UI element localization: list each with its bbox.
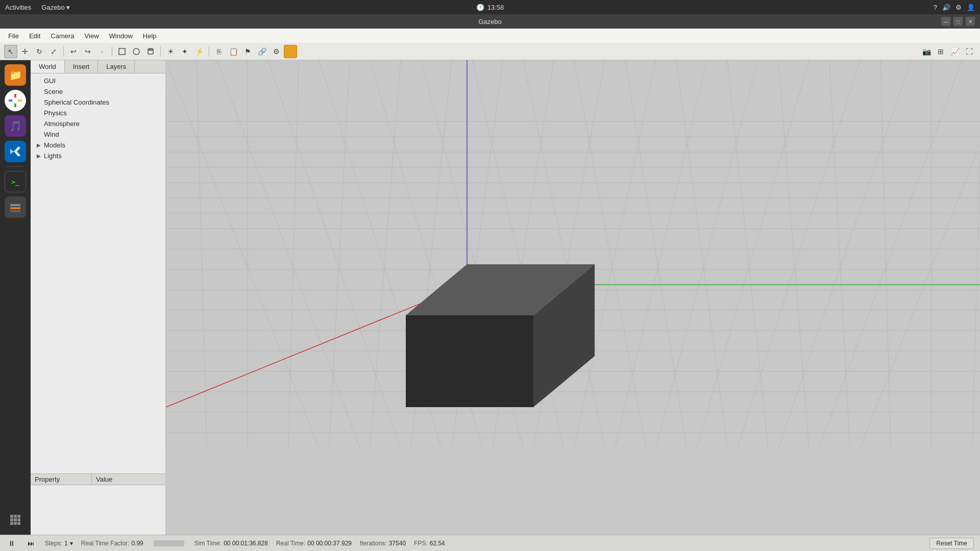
tab-bar: World Insert Layers <box>31 60 165 73</box>
tree-item-models[interactable]: ▶ Models <box>31 140 165 151</box>
tree-item-wind[interactable]: Wind <box>31 129 165 140</box>
steps-value: 1 <box>64 540 68 547</box>
tree-item-lights[interactable]: ▶ Lights <box>31 151 165 161</box>
rtf-label: Real Time Factor: <box>81 540 130 547</box>
system-tray: ? 🔊 ⚙ 👤 <box>934 4 975 11</box>
svg-rect-13 <box>10 518 13 521</box>
pause-button[interactable]: ⏸ <box>6 538 17 549</box>
menu-view[interactable]: View <box>81 31 103 41</box>
svg-rect-9 <box>10 210 20 212</box>
sun-button[interactable]: ☀ <box>164 45 177 58</box>
scale-tool-button[interactable]: ⤢ <box>47 45 60 58</box>
link-button[interactable]: 🔗 <box>255 45 268 58</box>
sidebar: World Insert Layers GUI Scene Spherical … <box>31 60 166 535</box>
clock: 🕐 13:58 <box>476 4 504 11</box>
rotate-tool-button[interactable]: ↻ <box>33 45 46 58</box>
dock-terminal-icon[interactable]: >_ <box>5 171 26 192</box>
grid-button[interactable]: ⊞ <box>934 45 947 58</box>
separator-3 <box>160 46 161 57</box>
minimize-button[interactable]: — <box>941 17 950 26</box>
orange-button[interactable] <box>284 45 297 58</box>
value-col-header: Value <box>92 474 116 485</box>
svg-rect-12 <box>17 515 20 518</box>
tree-item-gui[interactable]: GUI <box>31 76 165 86</box>
camera-button[interactable]: 📷 <box>920 45 933 58</box>
dock-media-icon[interactable]: 🎵 <box>5 115 26 137</box>
dock-layers-icon[interactable] <box>5 196 26 218</box>
fps-display: FPS: 62.54 <box>414 540 445 547</box>
tab-insert[interactable]: Insert <box>65 60 99 73</box>
settings-button[interactable]: ⚙ <box>270 45 283 58</box>
properties-panel: Property Value <box>31 473 165 535</box>
step-button[interactable]: ⏭ <box>26 538 37 549</box>
reset-time-button[interactable]: Reset Time <box>929 538 974 549</box>
spotlight-button[interactable]: ✦ <box>178 45 191 58</box>
undo-button[interactable]: ↩ <box>67 45 80 58</box>
fps-value: 62.54 <box>430 540 445 547</box>
app-menu[interactable]: Gazebo ▾ <box>41 4 70 11</box>
fullscreen-button[interactable]: ⛶ <box>963 45 976 58</box>
separator-1 <box>63 46 64 57</box>
flag-button[interactable]: ⚑ <box>241 45 254 58</box>
activities-button[interactable]: Activities <box>5 4 31 11</box>
rtf-display: Real Time Factor: 0.99 <box>81 540 143 547</box>
cylinder-button[interactable] <box>144 45 157 58</box>
real-time-value: 00 00:00:37.929 <box>307 540 352 547</box>
tree-item-spherical-coords[interactable]: Spherical Coordinates <box>31 97 165 108</box>
dock-files-icon[interactable]: 📁 <box>5 64 26 86</box>
viewport[interactable] <box>166 60 980 535</box>
steps-label: Steps: <box>45 540 62 547</box>
clock-icon: 🕐 <box>476 4 484 11</box>
svg-rect-14 <box>14 518 17 521</box>
tab-world[interactable]: World <box>31 60 65 73</box>
chart-button[interactable]: 📈 <box>948 45 962 58</box>
svg-rect-15 <box>17 518 20 521</box>
menu-window[interactable]: Window <box>105 31 137 41</box>
properties-header: Property Value <box>31 474 165 485</box>
box-button[interactable] <box>115 45 129 58</box>
iterations-display: Iterations: 37540 <box>360 540 406 547</box>
svg-rect-10 <box>10 515 13 518</box>
tree-item-atmosphere[interactable]: Atmosphere <box>31 118 165 129</box>
dock-apps-button[interactable] <box>5 509 26 531</box>
toolbar: ↖ ✛ ↻ ⤢ ↩ ↪ · ☀ ✦ ⚡ ⎘ 📋 ⚑ 🔗 ⚙ 📷 ⊞ 📈 ⛶ <box>0 43 980 60</box>
maximize-button[interactable]: □ <box>953 17 963 26</box>
rtf-bar <box>154 540 184 546</box>
menu-help[interactable]: Help <box>139 31 161 41</box>
menu-file[interactable]: File <box>4 31 23 41</box>
close-button[interactable]: ✕ <box>966 17 975 26</box>
translate-tool-button[interactable]: ✛ <box>18 45 32 58</box>
separator-2 <box>112 46 112 57</box>
rtf-value: 0.99 <box>131 540 143 547</box>
stripe-button[interactable]: ⚡ <box>192 45 206 58</box>
sim-time-display: Sim Time: 00 00:01:36.828 <box>194 540 268 547</box>
iterations-label: Iterations: <box>360 540 387 547</box>
tab-layers[interactable]: Layers <box>98 60 135 73</box>
tree-item-physics[interactable]: Physics <box>31 108 165 118</box>
left-dock: 📁 🎵 >_ <box>0 60 31 535</box>
copy-button[interactable]: ⎘ <box>212 45 226 58</box>
paste-button[interactable]: 📋 <box>227 45 240 58</box>
svg-rect-7 <box>10 204 20 206</box>
redo-button[interactable]: ↪ <box>81 45 94 58</box>
redo2-button[interactable]: · <box>95 45 109 58</box>
world-tree: GUI Scene Spherical Coordinates Physics … <box>31 73 165 473</box>
sim-time-label: Sim Time: <box>194 540 222 547</box>
select-tool-button[interactable]: ↖ <box>4 45 17 58</box>
dock-chrome-icon[interactable] <box>5 90 26 111</box>
svg-rect-0 <box>119 48 125 55</box>
dock-vscode-icon[interactable] <box>5 141 26 162</box>
menu-edit[interactable]: Edit <box>25 31 44 41</box>
status-bar: ⏸ ⏭ Steps: 1 ▾ Real Time Factor: 0.99 Si… <box>0 535 980 551</box>
3d-grid <box>166 60 980 535</box>
menu-camera[interactable]: Camera <box>46 31 78 41</box>
real-time-label: Real Time: <box>276 540 305 547</box>
tree-item-scene[interactable]: Scene <box>31 86 165 97</box>
steps-display: Steps: 1 ▾ <box>45 540 73 547</box>
property-col-header: Property <box>31 474 92 485</box>
window-controls: — □ ✕ <box>941 17 975 26</box>
sphere-button[interactable] <box>130 45 143 58</box>
separator-4 <box>209 46 209 57</box>
system-bar: Activities Gazebo ▾ 🕐 13:58 ? 🔊 ⚙ 👤 <box>0 0 980 14</box>
cube-front-face <box>406 315 533 407</box>
